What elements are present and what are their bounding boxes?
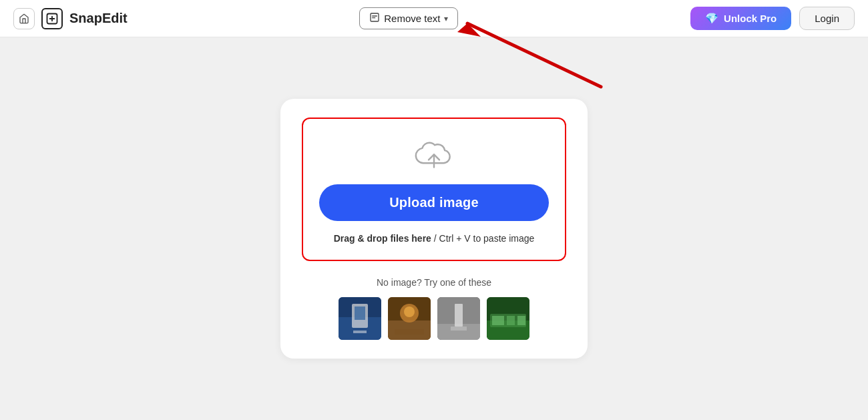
back-button[interactable]: [13, 8, 35, 29]
svg-rect-24: [517, 316, 525, 325]
remove-text-button[interactable]: Remove text ▾: [359, 7, 458, 29]
upload-image-button[interactable]: Upload image: [319, 184, 549, 221]
main-content: Upload image Drag & drop files here / Ct…: [0, 37, 868, 420]
header-center: Remove text ▾: [359, 7, 458, 29]
svg-rect-9: [353, 331, 367, 333]
header: SnapEdit Remove text ▾ 💎 Unlock Pro Logi…: [0, 0, 868, 37]
svg-rect-18: [451, 327, 467, 331]
logo-icon: [41, 8, 63, 29]
sample-image-2[interactable]: [388, 297, 431, 340]
svg-rect-22: [492, 316, 504, 325]
text-icon: [369, 12, 380, 25]
drag-drop-text: Drag & drop files here / Ctrl + V to pas…: [334, 233, 535, 244]
sample-section: No image? Try one of these: [302, 277, 566, 340]
upload-card: Upload image Drag & drop files here / Ct…: [280, 99, 588, 359]
unlock-pro-button[interactable]: 💎 Unlock Pro: [690, 7, 791, 30]
sample-image-4[interactable]: [487, 297, 529, 340]
svg-rect-8: [355, 306, 365, 320]
sample-images: [339, 297, 529, 340]
sample-image-3[interactable]: [437, 297, 480, 340]
unlock-pro-label: Unlock Pro: [724, 13, 777, 24]
header-right: 💎 Unlock Pro Login: [690, 7, 855, 30]
svg-rect-14: [395, 329, 424, 335]
diamond-icon: 💎: [705, 12, 718, 25]
header-left: SnapEdit: [13, 8, 128, 29]
drop-zone[interactable]: Upload image Drag & drop files here / Ct…: [302, 118, 566, 261]
sample-label: No image? Try one of these: [377, 277, 491, 288]
login-button[interactable]: Login: [799, 7, 855, 30]
svg-rect-23: [507, 316, 515, 325]
svg-rect-17: [455, 304, 463, 327]
chevron-icon: ▾: [444, 14, 448, 23]
remove-text-label: Remove text: [384, 13, 440, 24]
sample-image-1[interactable]: [339, 297, 381, 340]
logo-text: SnapEdit: [69, 11, 128, 26]
svg-point-13: [404, 306, 415, 317]
cloud-upload-icon: [413, 139, 455, 172]
